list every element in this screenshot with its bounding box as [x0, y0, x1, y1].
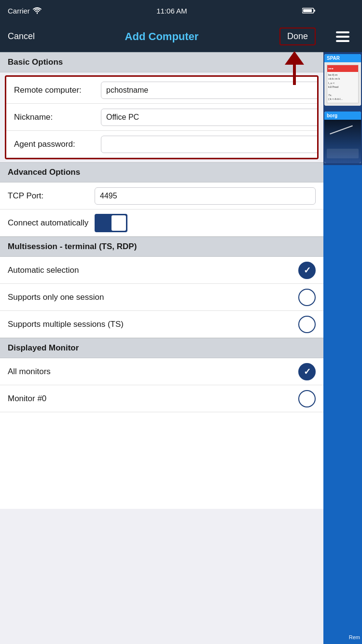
right-panel-status [323, 0, 362, 21]
carrier-label: Carrier [8, 7, 30, 15]
nickname-row: Nickname: [6, 104, 319, 131]
cancel-button[interactable]: Cancel [8, 31, 35, 42]
basic-options-highlight: Remote computer: Nickname: Agent passwor… [5, 75, 319, 159]
done-button[interactable]: Done [279, 28, 316, 45]
monitor0-row: Monitor #0 [0, 385, 323, 412]
remote-computer-label: Remote computer: [14, 85, 101, 95]
status-bar-left: Carrier [8, 7, 42, 15]
nav-bar: Cancel Add Computer Done [0, 21, 323, 52]
thumbnail-spar-content: ●●● be-f(-m +k:k::m k l,,u < k1l7had 7x.… [324, 62, 361, 106]
monitor0-label: Monitor #0 [8, 394, 46, 404]
auto-selection-label: Automatic selection [8, 266, 79, 275]
battery-icon [302, 7, 316, 14]
auto-selection-radio[interactable] [298, 262, 316, 279]
multi-session-row: Supports multiple sessions (TS) [0, 311, 323, 338]
toggle-knob [111, 215, 126, 231]
thumbnail-borg[interactable]: borg [324, 112, 361, 163]
thumbnail-spar-label: SPAR [324, 54, 361, 62]
multi-session-label: Supports multiple sessions (TS) [8, 320, 124, 329]
status-bar: Carrier 11:06 AM [0, 0, 323, 21]
tcp-port-row: TCP Port: [0, 182, 323, 210]
advanced-options-header: Advanced Options [0, 162, 323, 182]
thumbnail-borg-content [324, 120, 361, 163]
connect-auto-row: Connect automatically [0, 210, 323, 237]
thumbnail-spar-inner: ●●● be-f(-m +k:k::m k l,,u < k1l7had 7x.… [327, 65, 359, 103]
all-monitors-row: All monitors [0, 358, 323, 385]
wifi-icon [33, 7, 42, 14]
bottom-spacer [0, 412, 323, 509]
right-panel: SPAR ●●● be-f(-m +k:k::m k l,,u < k1l7ha… [323, 0, 362, 644]
nickname-input[interactable] [101, 109, 319, 126]
status-bar-time: 11:06 AM [156, 7, 187, 15]
basic-options-header: Basic Options [0, 52, 323, 72]
one-session-row: Supports only one session [0, 284, 323, 311]
thumbnail-spar[interactable]: SPAR ●●● be-f(-m +k:k::m k l,,u < k1l7ha… [324, 54, 361, 106]
one-session-radio[interactable] [298, 289, 316, 306]
one-session-label: Supports only one session [8, 293, 104, 302]
annotation-arrow [280, 51, 309, 90]
nickname-label: Nickname: [14, 112, 101, 122]
hamburger-line-1 [336, 31, 349, 33]
auto-selection-row: Automatic selection [0, 257, 323, 284]
remote-computer-row: Remote computer: [6, 77, 319, 104]
connect-auto-label: Connect automatically [8, 218, 95, 228]
agent-password-row: Agent password: [6, 131, 319, 158]
multi-session-radio[interactable] [298, 316, 316, 333]
agent-password-label: Agent password: [14, 140, 101, 149]
connect-auto-toggle[interactable] [95, 214, 127, 232]
svg-marker-4 [285, 51, 304, 65]
svg-rect-1 [314, 10, 315, 12]
thumbnail-borg-label: borg [324, 112, 361, 120]
svg-rect-2 [303, 9, 312, 12]
page-title: Add Computer [125, 30, 199, 43]
tcp-port-label: TCP Port: [8, 191, 95, 201]
tcp-port-input[interactable] [95, 187, 316, 205]
rem-label: Rem [349, 634, 360, 640]
hamburger-line-3 [336, 40, 349, 42]
hamburger-menu-icon[interactable] [336, 31, 349, 42]
monitor0-radio[interactable] [298, 390, 316, 407]
all-monitors-radio[interactable] [298, 363, 316, 380]
agent-password-input[interactable] [101, 136, 319, 153]
all-monitors-label: All monitors [8, 367, 51, 377]
main-content: Carrier 11:06 AM Can [0, 0, 323, 644]
multisession-header: Multisession - terminal (TS, RDP) [0, 237, 323, 257]
right-panel-nav [323, 21, 362, 52]
status-bar-right [302, 7, 316, 14]
right-panel-blue [323, 165, 362, 644]
displayed-monitor-header: Displayed Monitor [0, 338, 323, 358]
hamburger-line-2 [336, 36, 349, 38]
